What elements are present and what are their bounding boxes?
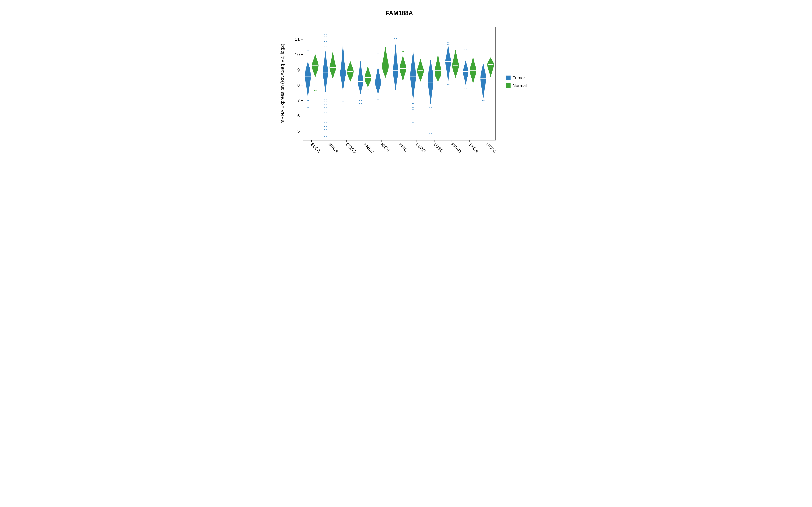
violin-body	[417, 59, 423, 81]
violin-body	[323, 52, 328, 92]
violin-body	[428, 60, 434, 104]
x-tick-label: PRAD	[450, 142, 462, 154]
violin-body	[452, 50, 459, 77]
y-tick-label: 9	[297, 67, 300, 72]
violin-body	[470, 58, 476, 83]
x-tick-label: LUSC	[433, 142, 444, 154]
x-tick-label: COAD	[345, 142, 357, 154]
violin-body	[330, 52, 336, 78]
y-axis-label: mRNA Expression (RNASeq V2, log2)	[280, 44, 285, 123]
violin-body	[463, 61, 468, 84]
x-tick-label: UCEC	[485, 142, 498, 154]
violin-body	[393, 45, 398, 90]
legend-swatch	[506, 83, 511, 88]
x-tick-label: KICH	[380, 142, 391, 153]
x-tick-label: BLCA	[310, 142, 322, 154]
legend-swatch	[506, 75, 511, 80]
y-tick-label: 7	[297, 98, 300, 103]
violin-body	[435, 55, 441, 81]
y-tick-label: 11	[295, 37, 300, 42]
y-tick-label: 8	[297, 82, 300, 88]
x-tick-label: HNSC	[362, 142, 375, 154]
chart-container: FAM188A567891011mRNA Expression (RNASeq …	[271, 3, 541, 172]
violin-plot: FAM188A567891011mRNA Expression (RNASeq …	[271, 3, 541, 172]
violin-body	[445, 46, 451, 80]
violin-body	[358, 61, 363, 94]
chart-title: FAM188A	[386, 10, 413, 16]
plot-border	[303, 27, 496, 140]
violin-body	[305, 62, 311, 96]
y-tick-label: 5	[297, 129, 300, 134]
violin-body	[375, 68, 381, 94]
x-tick-label: THCA	[468, 142, 480, 154]
violin-body	[480, 64, 486, 98]
x-tick-label: BRCA	[327, 142, 340, 154]
x-tick-label: KIRC	[398, 142, 409, 153]
violin-body	[340, 46, 346, 90]
violin-body	[382, 47, 389, 77]
violin-body	[410, 52, 416, 99]
violin-body	[488, 58, 494, 77]
legend-label: Normal	[513, 83, 527, 88]
violin-body	[365, 67, 371, 87]
y-tick-label: 10	[295, 52, 300, 57]
violin-body	[312, 55, 318, 77]
legend-label: Tumor	[513, 75, 525, 80]
y-tick-label: 6	[297, 113, 300, 118]
x-tick-label: LUAD	[415, 142, 427, 154]
